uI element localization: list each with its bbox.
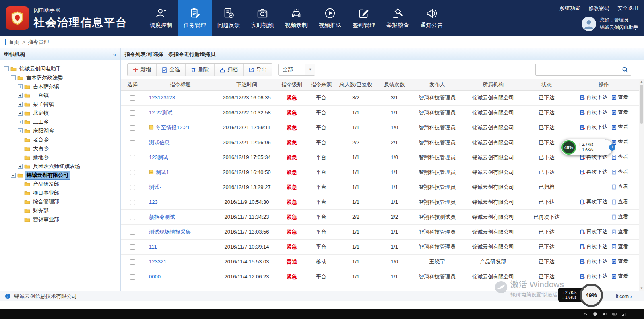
tray-speaker-icon[interactable] xyxy=(603,312,607,316)
select-all-button[interactable]: 全选 xyxy=(157,64,186,76)
tree-node[interactable]: 财务部 xyxy=(2,206,119,215)
resend-action[interactable]: 再次下达 xyxy=(580,228,607,235)
command-title-link[interactable]: 测试信息 xyxy=(149,139,170,145)
tree-node-label[interactable]: 三台镇 xyxy=(32,91,50,99)
tree-node-label[interactable]: 老台乡 xyxy=(32,136,50,144)
view-action[interactable]: 查看 xyxy=(611,183,628,191)
scroll-up-arrow[interactable]: ▲ xyxy=(639,79,644,84)
tree-node[interactable]: +庆阳湖乡 xyxy=(2,126,119,135)
command-title-link[interactable]: 新指令测试 xyxy=(149,214,175,220)
row-checkbox[interactable] xyxy=(130,259,135,265)
tree-node[interactable]: −锦诚云创有限公司 xyxy=(2,171,119,180)
row-checkbox[interactable] xyxy=(130,274,135,280)
tree-expand-toggle[interactable]: + xyxy=(18,120,23,124)
nav-item-task-management[interactable]: 任务管理 xyxy=(178,0,212,36)
monitor-expand-button[interactable]: + xyxy=(609,144,615,151)
row-checkbox[interactable] xyxy=(130,170,135,175)
row-checkbox[interactable] xyxy=(130,95,135,101)
tree-node[interactable]: +兵团农六师红旗农场 xyxy=(2,162,119,171)
row-checkbox[interactable] xyxy=(130,215,135,220)
tree-node-label[interactable]: 财务部 xyxy=(32,207,50,215)
scroll-thumb[interactable] xyxy=(640,85,643,124)
tree-node[interactable]: −吉木萨尔政法委 xyxy=(2,73,119,82)
row-checkbox[interactable] xyxy=(130,155,135,160)
tree-expand-toggle[interactable]: + xyxy=(18,128,23,133)
resend-action[interactable]: 再次下达 xyxy=(580,109,607,116)
tree-collapse-toggle[interactable]: − xyxy=(11,75,16,80)
footer-right-link[interactable]: it.com › xyxy=(616,294,632,299)
tree-node[interactable]: 大有乡 xyxy=(2,144,119,153)
archive-button[interactable]: 归档 xyxy=(215,64,244,76)
tree-node-label[interactable]: 北庭镇 xyxy=(32,109,50,117)
add-button[interactable]: 新增 xyxy=(128,64,157,76)
tree-node[interactable]: +泉子街镇 xyxy=(2,100,119,109)
tree-node[interactable]: 综合管理部 xyxy=(2,197,119,206)
tree-node-label[interactable]: 锦诚云创闪电助手 xyxy=(18,65,62,73)
tree-expand-toggle[interactable]: + xyxy=(18,102,23,107)
network-monitor-popup[interactable]: 49% ↑ 2.7K/s ↓ 1.6K/s + xyxy=(561,139,613,155)
scroll-down-arrow[interactable]: ▼ xyxy=(639,286,644,291)
delete-button[interactable]: 删除 xyxy=(186,64,215,76)
tree-node[interactable]: 项目事业部 xyxy=(2,188,119,197)
tree-node[interactable]: +二工乡 xyxy=(2,118,119,126)
usage-percent-tray-badge[interactable]: 49% xyxy=(580,284,603,307)
command-title-link[interactable]: 12.22测试 xyxy=(149,110,173,116)
command-title-link[interactable]: 0000 xyxy=(149,273,161,280)
tree-node-label[interactable]: 新地乡 xyxy=(32,153,50,162)
tree-node[interactable]: +三台镇 xyxy=(2,91,119,100)
nav-item-video-push[interactable]: 视频推送 xyxy=(313,0,347,36)
row-checkbox[interactable] xyxy=(130,230,135,235)
tree-collapse-toggle[interactable]: − xyxy=(4,66,9,71)
tree-node-label[interactable]: 大有乡 xyxy=(32,145,50,153)
safe-logout-link[interactable]: 安全退出 xyxy=(617,5,638,12)
resend-action[interactable]: 再次下达 xyxy=(580,94,607,101)
resend-action[interactable]: 再次下达 xyxy=(580,243,607,250)
command-title-link[interactable]: 测试1 xyxy=(156,169,169,175)
nav-item-dispatch-control[interactable]: 调度控制 xyxy=(144,0,178,36)
vertical-scrollbar[interactable]: ▲ ▼ xyxy=(639,79,644,291)
tree-node-label[interactable]: 综合管理部 xyxy=(32,198,60,206)
nav-item-report-verification[interactable]: 举报核查 xyxy=(381,0,415,36)
search-icon[interactable] xyxy=(619,66,631,73)
command-title-link[interactable]: 123321 xyxy=(149,259,166,265)
command-title-link[interactable]: 123测试 xyxy=(149,154,168,160)
view-action[interactable]: 查看 xyxy=(611,258,628,265)
nav-item-video-recording[interactable]: 视频录制 xyxy=(279,0,313,36)
show-desktop-button[interactable] xyxy=(638,309,640,319)
search-input[interactable] xyxy=(536,64,619,75)
export-button[interactable]: 导出 xyxy=(244,64,272,76)
tree-node-label[interactable]: 项目事业部 xyxy=(32,189,60,197)
view-action[interactable]: 查看 xyxy=(611,273,628,280)
tree-node[interactable]: 营销事业部 xyxy=(2,215,119,224)
tree-node-label[interactable]: 锦诚云创有限公司 xyxy=(25,171,70,180)
view-action[interactable]: 查看 xyxy=(611,109,628,116)
row-checkbox[interactable] xyxy=(130,244,135,250)
row-checkbox[interactable] xyxy=(130,140,135,145)
command-title-link[interactable]: 测试· xyxy=(149,184,161,190)
tree-node-label[interactable]: 二工乡 xyxy=(32,118,50,126)
view-action[interactable]: 查看 xyxy=(611,243,628,250)
resend-action[interactable]: 再次下达 xyxy=(580,168,607,176)
tree-node-label[interactable]: 吉木萨尔镇 xyxy=(32,83,60,91)
view-action[interactable]: 查看 xyxy=(611,94,628,101)
tree-expand-toggle[interactable]: + xyxy=(18,111,23,116)
command-title-link[interactable]: 冬至情报12.21 xyxy=(156,124,190,130)
tree-node[interactable]: 新地乡 xyxy=(2,153,119,162)
view-action[interactable]: 查看 xyxy=(611,153,628,161)
change-password-link[interactable]: 修改密码 xyxy=(588,5,609,12)
tree-expand-toggle[interactable]: + xyxy=(18,164,23,169)
command-title-link[interactable]: 测试现场情报采集 xyxy=(149,229,191,235)
sidebar-collapse-icon[interactable]: « xyxy=(113,51,116,58)
view-action[interactable]: 查看 xyxy=(611,168,628,176)
resend-action[interactable]: 再次下达 xyxy=(580,273,607,280)
tree-node[interactable]: 产品研发部 xyxy=(2,180,119,188)
row-checkbox[interactable] xyxy=(130,200,135,205)
avatar[interactable] xyxy=(582,17,596,31)
view-action[interactable]: 查看 xyxy=(611,228,628,235)
command-title-link[interactable]: 111 xyxy=(149,244,157,250)
tree-node[interactable]: +吉木萨尔镇 xyxy=(2,82,119,91)
tree-expand-toggle[interactable]: + xyxy=(18,84,23,89)
nav-item-checkin-management[interactable]: 签到管理 xyxy=(347,0,381,36)
tree-collapse-toggle[interactable]: − xyxy=(11,173,16,178)
tree-node[interactable]: +北庭镇 xyxy=(2,109,119,118)
